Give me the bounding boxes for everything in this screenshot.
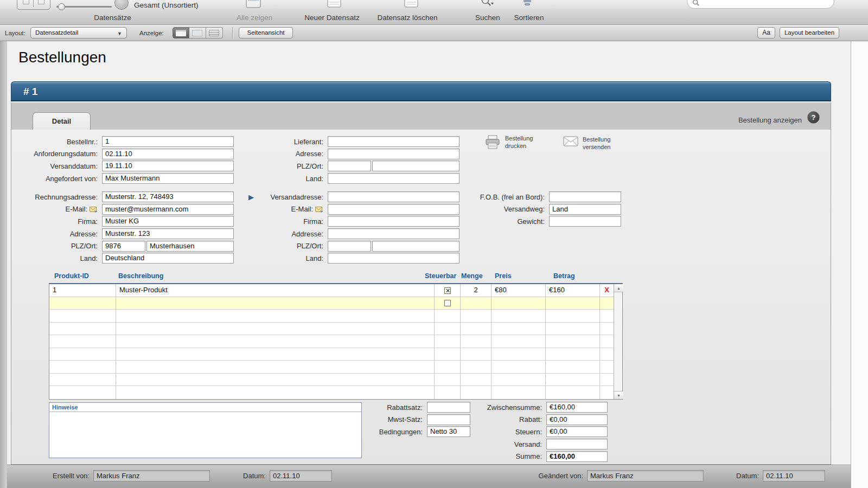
search-icon [692, 0, 700, 7]
taxable-cell[interactable] [435, 284, 461, 297]
send-order-button[interactable]: Bestellung versenden [563, 136, 622, 151]
column-header: Menge [461, 272, 483, 280]
new-record-icon[interactable] [327, 0, 341, 8]
versand-firma-field[interactable] [328, 216, 459, 227]
angefordert-von-field[interactable]: Max Mustermann [102, 173, 234, 184]
print-order-button[interactable]: Bestellung drucken [484, 135, 544, 150]
checkbox-checked-icon[interactable] [444, 287, 451, 294]
show-all-card-stripe-icon [248, 0, 259, 1]
records-label: Datensätze [81, 14, 144, 22]
price-cell[interactable]: €80 [492, 284, 546, 297]
record-slider[interactable] [56, 2, 112, 11]
rechnung-ort-field[interactable]: Musterhausen [146, 241, 234, 252]
new-record-button[interactable]: Neuer Datensatz [300, 14, 364, 22]
delete-row-button[interactable]: X [600, 284, 614, 297]
versand-kosten-field[interactable] [546, 439, 608, 450]
notes-value[interactable] [49, 412, 361, 415]
delete-record-button[interactable]: Datensatz löschen [373, 14, 442, 22]
text-format-button[interactable]: Aa [757, 27, 775, 38]
book-spine-icon [33, 0, 34, 7]
rechnung-land-field[interactable]: Deutschland [102, 253, 234, 264]
scroll-down-icon[interactable]: ▼ [614, 391, 623, 399]
field-label: Firma: [230, 217, 328, 226]
bedingungen-field[interactable]: Netto 30 [427, 426, 470, 437]
quick-search-input[interactable] [687, 0, 834, 9]
lieferant-adresse-field[interactable] [328, 149, 459, 159]
find-icon[interactable] [481, 0, 494, 8]
notes-box[interactable]: Hinweise [49, 402, 362, 458]
slider-knob[interactable] [58, 3, 65, 10]
delete-record-icon[interactable] [404, 0, 418, 8]
versandadresse-field[interactable] [328, 191, 459, 202]
line-items-header: Produkt-ID Beschreibung Steuerbar Menge … [49, 271, 623, 283]
rechnung-plz-field[interactable]: 9876 [102, 241, 145, 252]
mwst-satz-field[interactable] [427, 414, 470, 425]
quantity-cell[interactable] [461, 297, 492, 310]
tab-detail[interactable]: Detail [33, 112, 91, 130]
versand-land-field[interactable] [328, 253, 459, 264]
lieferant-ort-field[interactable] [372, 160, 459, 171]
show-order-label[interactable]: Bestellung anzeigen [725, 116, 802, 124]
rechnungsadresse-field[interactable]: Musterstr. 12, 748493 [102, 191, 234, 202]
field-label: Angefordert von: [5, 175, 102, 183]
rechnung-firma-field[interactable]: Muster KG [102, 216, 234, 227]
edit-layout-button[interactable]: Layout bearbeiten [780, 27, 839, 38]
description-cell[interactable] [116, 297, 435, 310]
created-date-label: Datum: [233, 472, 266, 480]
field-label: Versandweg: [458, 205, 549, 213]
show-all-icon[interactable] [246, 0, 261, 8]
line-items-grid: 1 Muster-Produkt 2 €80 €160 X [49, 284, 614, 399]
bestellnr-field[interactable]: 1 [102, 136, 234, 147]
preview-button[interactable]: Seitenansicht [239, 27, 293, 38]
fob-field[interactable] [549, 191, 621, 202]
scroll-up-icon[interactable]: ▲ [614, 284, 623, 292]
show-all-button[interactable]: Alle zeigen [231, 14, 278, 22]
description-cell[interactable]: Muster-Produkt [116, 284, 435, 297]
book-left-page-icon [23, 0, 29, 4]
find-button[interactable]: Suchen [471, 14, 505, 22]
price-cell[interactable] [492, 297, 546, 310]
versand-plz-field[interactable] [328, 241, 371, 252]
layout-select[interactable]: Datensatzdetail ▼ [30, 27, 127, 38]
modified-date-field: 02.11.10 [763, 470, 825, 481]
versandweg-field[interactable]: Land [549, 204, 621, 215]
send-order-label: Bestellung versenden [583, 136, 622, 151]
record-book-icon[interactable] [17, 0, 50, 10]
delete-x-icon[interactable]: X [604, 286, 609, 294]
lieferant-land-field[interactable] [328, 173, 459, 184]
quantity-cell[interactable]: 2 [461, 284, 492, 297]
email-icon[interactable] [90, 206, 98, 213]
gewicht-field[interactable] [549, 216, 621, 227]
rabattsatz-field[interactable] [427, 402, 470, 413]
versand-email-field[interactable] [328, 204, 459, 215]
table-view-button[interactable] [206, 27, 223, 38]
taxable-cell[interactable] [435, 297, 461, 310]
shipping-info-group: F.O.B. (frei an Bord): Versandweg:Land G… [458, 191, 621, 228]
product-id-cell[interactable]: 1 [49, 284, 116, 297]
amount-cell[interactable]: €160 [546, 284, 600, 297]
modified-date-label: Datum: [725, 472, 759, 480]
field-label: E-Mail: [66, 205, 87, 213]
form-view-button[interactable] [173, 27, 189, 38]
sort-button[interactable]: Sortieren [510, 14, 548, 22]
checkbox-empty-icon[interactable] [444, 300, 451, 306]
lieferant-plz-field[interactable] [328, 160, 371, 171]
versand-ort-field[interactable] [372, 241, 459, 252]
email-icon[interactable] [315, 206, 323, 213]
list-view-button[interactable] [189, 27, 206, 38]
product-id-cell[interactable] [49, 297, 116, 310]
found-set-pie-icon[interactable] [114, 0, 129, 10]
chevron-down-icon: ▼ [117, 29, 122, 39]
empty-row [49, 374, 614, 387]
versanddatum-field[interactable]: 19.11.10 [102, 160, 234, 171]
table-scrollbar[interactable]: ▲ ▼ [614, 284, 622, 399]
lieferant-field[interactable] [328, 136, 459, 147]
help-icon[interactable]: ? [807, 111, 820, 124]
rechnung-adresse-field[interactable]: Musterstr. 123 [102, 228, 234, 239]
rechnung-email-field[interactable]: muster@mustermann.com [102, 204, 234, 215]
sort-icon[interactable] [522, 0, 534, 7]
anforderungsdatum-field[interactable]: 02.11.10 [102, 149, 234, 159]
empty-row [49, 348, 614, 361]
versand-adresse-field[interactable] [328, 228, 459, 239]
amount-cell[interactable] [546, 297, 600, 310]
